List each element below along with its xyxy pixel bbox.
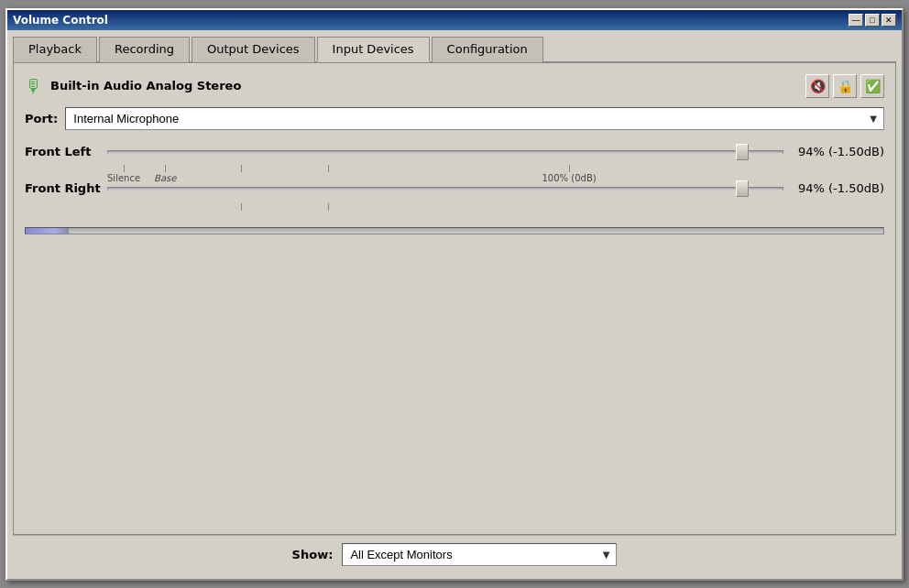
device-left: 🎙 Built-in Audio Analog Stereo (25, 75, 241, 97)
device-right: 🔇 🔒 ✅ (805, 74, 884, 98)
tab-playback[interactable]: Playback (13, 37, 97, 62)
lock-icon: 🔒 (838, 79, 853, 93)
progress-fill (26, 228, 69, 234)
tick-marks-row-2 (107, 203, 776, 218)
slider-track-front-left (107, 150, 783, 154)
content-area: 🎙 Built-in Audio Analog Stereo 🔇 🔒 ✅ (13, 63, 896, 535)
slider-thumb-front-right[interactable] (736, 180, 749, 197)
slider-thumb-front-left[interactable] (736, 144, 749, 160)
channel-value-front-left: 94% (-1.50dB) (783, 145, 884, 158)
slider-front-right[interactable] (107, 180, 783, 198)
tick-20 (241, 165, 242, 172)
progress-bar-row (25, 227, 884, 234)
show-select-wrapper: All Except Monitors All Hardware Devices… (342, 543, 617, 566)
progress-bar (25, 227, 884, 234)
tick-33 (328, 165, 329, 172)
channel-label-front-right: Front Right (25, 181, 107, 195)
tab-input-devices[interactable]: Input Devices (317, 37, 430, 62)
window-title: Volume Control (13, 14, 108, 27)
mute-icon: 🔇 (810, 79, 826, 93)
footer-bar: Show: All Except Monitors All Hardware D… (13, 535, 896, 573)
mute-button[interactable]: 🔇 (805, 74, 829, 98)
close-button[interactable]: ✕ (882, 14, 896, 27)
channel-row-front-left: Front Left 94% (-1.50dB) (25, 143, 884, 161)
show-select[interactable]: All Except Monitors All Hardware Devices… (342, 543, 617, 566)
device-icon: 🎙 (25, 75, 43, 97)
title-bar: Volume Control — □ ✕ (7, 10, 902, 30)
tab-bar: Playback Recording Output Devices Input … (13, 36, 896, 63)
window-body: Playback Recording Output Devices Input … (7, 30, 902, 579)
tick-33b (328, 203, 329, 211)
tick-line-100 (569, 165, 570, 172)
tick-line-20 (241, 165, 242, 172)
active-icon: ✅ (865, 79, 881, 93)
port-label: Port: (25, 112, 58, 125)
tick-line-20b (241, 203, 242, 211)
device-row: 🎙 Built-in Audio Analog Stereo 🔇 🔒 ✅ (25, 74, 884, 98)
device-name: Built-in Audio Analog Stereo (50, 79, 241, 93)
tick-marks-row: Silence Base 100% (0dB) (107, 165, 776, 180)
show-label: Show: (292, 548, 334, 561)
port-select[interactable]: Internal Microphone Front Microphone Rea… (65, 107, 884, 130)
tick-line-silence (124, 165, 125, 172)
active-button[interactable]: ✅ (860, 74, 884, 98)
volume-control-window: Volume Control — □ ✕ Playback Recording … (5, 8, 904, 581)
tick-20b (241, 203, 242, 211)
slider-front-left[interactable] (107, 143, 783, 161)
channel-value-front-right: 94% (-1.50dB) (783, 181, 884, 195)
tab-recording[interactable]: Recording (99, 37, 190, 62)
tab-configuration[interactable]: Configuration (432, 37, 543, 62)
slider-track-front-right (107, 187, 783, 191)
port-row: Port: Internal Microphone Front Micropho… (25, 107, 884, 130)
window-controls: — □ ✕ (849, 14, 896, 27)
tick-line-base (165, 165, 166, 172)
tick-line-33b (328, 203, 329, 211)
lock-button[interactable]: 🔒 (833, 74, 857, 98)
tick-line-33 (328, 165, 329, 172)
channel-row-front-right: Front Right 94% (-1.50dB) (25, 180, 884, 198)
port-select-wrapper: Internal Microphone Front Microphone Rea… (65, 107, 884, 130)
channel-label-front-left: Front Left (25, 145, 107, 158)
tab-output-devices[interactable]: Output Devices (192, 37, 315, 62)
maximize-button[interactable]: □ (865, 14, 880, 27)
minimize-button[interactable]: — (849, 14, 863, 27)
